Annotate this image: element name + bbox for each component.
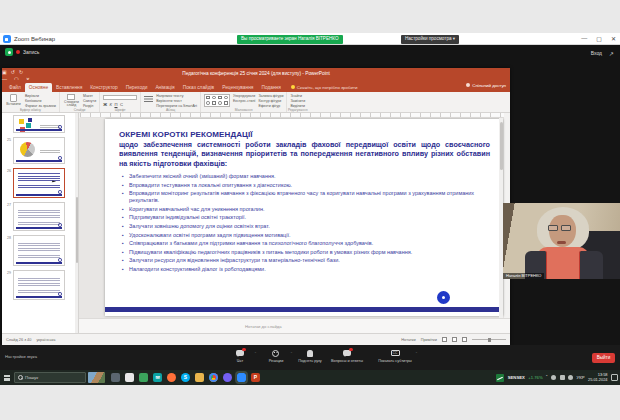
tab-home[interactable]: Основне <box>25 83 52 93</box>
align-text-button[interactable]: Вирівняти текст <box>156 100 197 104</box>
zoom-slider[interactable] <box>472 339 506 340</box>
underline-button[interactable]: П <box>114 102 117 107</box>
shape-icon <box>218 96 222 100</box>
comments-toggle[interactable]: Примітки <box>421 337 437 342</box>
photos-icon[interactable] <box>139 373 148 382</box>
mail-icon[interactable]: ✉ <box>153 373 162 382</box>
chrome-icon[interactable] <box>209 373 218 382</box>
powerpoint-titlebar[interactable]: ▣ ↺ ↻ Педагогічна конференція 25 січня 2… <box>2 68 510 80</box>
app-icon[interactable] <box>111 373 120 382</box>
file-explorer-icon[interactable] <box>195 373 204 382</box>
qa-button[interactable]: Вопросы и ответы <box>322 349 372 363</box>
ticker-name[interactable]: SENSEX <box>508 375 525 380</box>
cut-button[interactable]: Вирізати <box>25 95 56 99</box>
chevron-up-icon[interactable]: ˆ <box>416 351 417 356</box>
slide-thumbnail-26-selected[interactable] <box>13 168 65 198</box>
zoom-titlebar[interactable]: Zoom Вебинар Вы просматриваете экран Нат… <box>0 33 620 45</box>
reset-button[interactable]: Скинути <box>83 100 96 104</box>
tab-view[interactable]: Подання <box>257 83 284 93</box>
paste-button[interactable]: Вставити <box>5 94 22 109</box>
stock-chart-icon[interactable] <box>496 374 504 382</box>
ticker-change: +1.76% <box>528 375 542 380</box>
blue-ring-logo <box>437 291 450 304</box>
news-widget-thumbnail[interactable] <box>88 372 105 383</box>
network-icon[interactable] <box>560 375 565 380</box>
bluetooth-icon[interactable] <box>551 375 556 380</box>
layout-button[interactable]: Макет <box>83 95 96 99</box>
desktop: Zoom Вебинар Вы просматриваете экран Нат… <box>0 0 620 420</box>
copy-button[interactable]: Копіювати <box>25 100 56 104</box>
powerpoint-app-icon[interactable]: P <box>251 373 260 382</box>
zoom-app-icon[interactable] <box>237 373 246 382</box>
tab-insert[interactable]: Вставлення <box>52 83 86 93</box>
slide-thumbnail-29[interactable] <box>13 270 65 300</box>
shape-outline-button[interactable]: Контур фігури <box>258 100 283 104</box>
slide-thumbnail-28[interactable] <box>13 235 65 266</box>
tell-me-box[interactable]: Скажіть, що потрібно зробити <box>291 85 358 93</box>
signin-link[interactable]: Вход <box>591 50 602 56</box>
viber-icon[interactable] <box>223 373 232 382</box>
tray-overflow-button[interactable]: ˆ <box>546 375 548 380</box>
shapes-gallery[interactable] <box>204 94 230 107</box>
replace-button[interactable]: Замінити <box>290 100 305 104</box>
volume-icon[interactable] <box>568 375 573 380</box>
tab-slideshow[interactable]: Показ слайдів <box>179 83 218 93</box>
slide-bullet: Забезпечити якісний очний (змішаний) фор… <box>122 173 490 180</box>
shape-icon <box>206 101 210 105</box>
tab-file[interactable]: Файл <box>5 83 25 93</box>
tab-animations[interactable]: Анімація <box>151 83 178 93</box>
audio-settings-button[interactable]: Настройки звука <box>5 354 37 359</box>
slide-thumbnail-27[interactable] <box>13 202 65 231</box>
slide-canvas[interactable]: ОКРЕМІ КОРОТКІ РЕКОМЕНДАЦІЇ щодо забезпе… <box>105 119 503 316</box>
minimize-button[interactable]: — <box>581 35 587 42</box>
slide-bullet: Впровадити моніторинг результатів навчан… <box>122 190 490 204</box>
taskbar-clock[interactable]: 13:58 25.01.2024 <box>588 373 607 382</box>
language-switcher[interactable]: УКР <box>577 375 585 380</box>
skype-icon[interactable]: S <box>181 373 190 382</box>
taskbar-search[interactable]: Пошук <box>14 372 86 383</box>
slide-thumbnail-24[interactable] <box>13 115 65 133</box>
strikethrough-button[interactable]: С <box>120 102 123 107</box>
quick-styles-button[interactable]: Експрес-стилі <box>233 100 256 104</box>
tab-design[interactable]: Конструктор <box>86 83 121 93</box>
bold-button[interactable]: Ж <box>103 102 107 107</box>
language-indicator[interactable]: українська <box>36 337 55 342</box>
slide-thumbnail-25[interactable] <box>13 137 65 164</box>
start-button[interactable] <box>0 370 14 385</box>
action-center-icon[interactable] <box>611 374 618 381</box>
sorter-view-icon[interactable] <box>452 337 457 342</box>
firefox-icon[interactable] <box>167 373 176 382</box>
panel-scrollbar[interactable] <box>75 113 78 333</box>
webcam-video[interactable]: Наталія ВІТРЕНКО <box>503 203 620 279</box>
leave-meeting-button[interactable]: Выйти <box>592 353 615 363</box>
new-slide-button[interactable]: Створити слайд <box>63 94 80 109</box>
slide-bullet: Залучати ресурси для відновлення інфраст… <box>122 257 490 264</box>
fullscreen-icon[interactable]: ↗ <box>609 50 614 57</box>
store-icon[interactable] <box>125 373 134 382</box>
zoom-webinar-window: Zoom Вебинар Вы просматриваете экран Нат… <box>0 33 620 370</box>
notes-pane[interactable]: Нотатки до слайда <box>79 318 510 333</box>
align-left-icon[interactable] <box>144 96 153 97</box>
notification-badge <box>349 348 353 352</box>
notes-toggle[interactable]: Нотатки <box>401 337 415 342</box>
text-direction-button[interactable]: Напрямок тексту <box>156 95 197 99</box>
editing-group: Знайти Замінити Виділити Редагування <box>287 92 308 112</box>
view-settings-button[interactable]: Настройки просмотра ▾ <box>401 35 459 44</box>
shape-fill-button[interactable]: Заливка фігури <box>258 95 283 99</box>
tab-review[interactable]: Рецензування <box>218 83 257 93</box>
slideshow-view-icon[interactable] <box>462 337 467 342</box>
recording-indicator: Запись <box>5 48 39 56</box>
close-button[interactable]: ✕ <box>611 35 616 42</box>
find-button[interactable]: Знайти <box>290 95 305 99</box>
maximize-button[interactable]: ▢ <box>596 35 602 42</box>
font-name-box[interactable] <box>103 95 137 100</box>
italic-button[interactable]: К <box>109 102 111 107</box>
windows-taskbar: Пошук ✉ S P SENSEX +1.76% ˆ УКР 13 <box>0 370 620 385</box>
arrange-button[interactable]: Упорядкувати <box>233 95 256 99</box>
tab-transitions[interactable]: Переходи <box>122 83 152 93</box>
normal-view-icon[interactable] <box>442 337 447 342</box>
drawing-group: Упорядкувати Експрес-стилі Заливка фігур… <box>201 92 288 112</box>
captions-button[interactable]: CC Показать субтитры ˆ <box>370 349 420 363</box>
security-shield-icon[interactable] <box>5 48 13 56</box>
share-button[interactable]: Спільний доступ <box>466 83 506 88</box>
